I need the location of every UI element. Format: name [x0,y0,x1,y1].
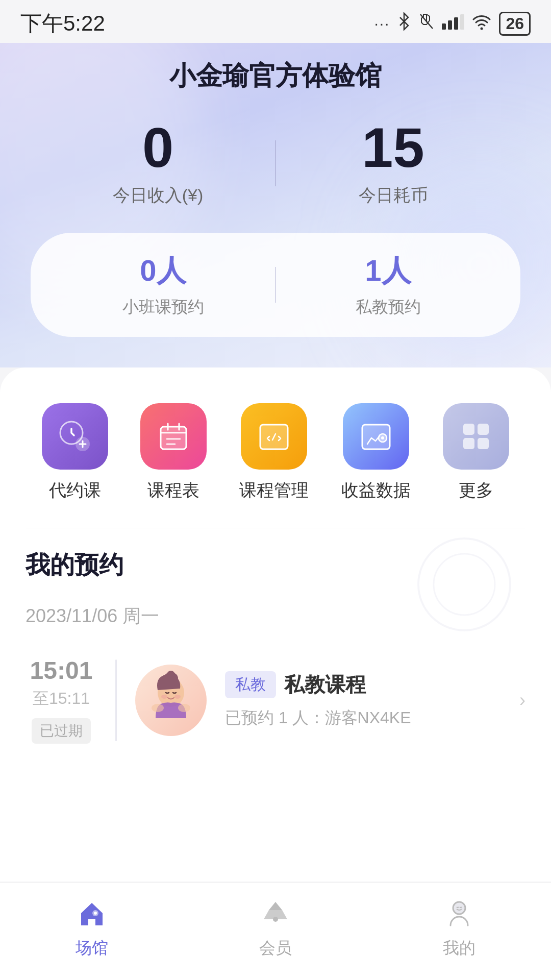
action-management[interactable]: 课程管理 [239,403,309,502]
status-bar: 下午5:22 ··· 26 [0,0,551,43]
delegate-label: 代约课 [49,479,101,502]
today-coins-stat: 15 今日耗币 [276,119,510,207]
member-nav-icon [257,895,294,932]
member-nav-label: 会员 [259,937,292,960]
section-decoration [413,533,515,635]
page-title: 小金瑜官方体验馆 [0,43,551,119]
small-class-booking: 0人 小班课预约 [51,251,275,318]
private-count: 1人 [276,251,500,291]
apt-tags: 私教 私教课程 [225,671,501,699]
svg-point-30 [152,704,164,712]
today-income-label: 今日收入(¥) [41,184,275,207]
stats-row: 0 今日收入(¥) 15 今日耗币 [0,119,551,207]
private-label: 私教预约 [276,296,500,318]
today-income-stat: 0 今日收入(¥) [41,119,275,207]
schedule-icon [140,403,207,470]
today-income-value: 0 [41,119,275,176]
booking-pills: 0人 小班课预约 1人 私教预约 [31,233,520,337]
today-coins-label: 今日耗币 [276,184,510,207]
svg-rect-3 [454,17,458,30]
battery-indicator: 26 [499,12,531,36]
appointment-card[interactable]: 15:01 至15:11 已过期 [26,641,525,759]
svg-point-35 [453,902,465,914]
svg-point-33 [94,912,97,915]
status-time: 下午5:22 [20,9,105,38]
small-class-label: 小班课预约 [51,296,275,318]
quick-actions: 代约课 课程表 [26,393,525,528]
mine-nav-icon [441,895,478,932]
svg-rect-2 [448,20,452,30]
nav-venue[interactable]: 场馆 [41,895,143,960]
svg-rect-22 [478,438,489,449]
svg-point-18 [381,436,384,439]
svg-rect-20 [478,424,489,435]
apt-end-time: 至15:11 [26,688,97,710]
apt-info: 私教 私教课程 已预约 1 人：游客NX4KE [225,671,501,729]
svg-point-28 [161,695,167,699]
bottom-spacer [26,759,525,861]
schedule-label: 课程表 [147,479,199,502]
header-section: 小金瑜官方体验馆 0 今日收入(¥) 15 今日耗币 0人 小班课预约 1人 私… [0,43,551,368]
action-more[interactable]: 更多 [443,403,509,502]
appointment-time: 15:01 至15:11 已过期 [26,656,97,744]
action-delegate[interactable]: 代约课 [42,403,108,502]
my-bookings-section: 我的预约 [26,528,525,592]
action-revenue[interactable]: 收益数据 [341,403,411,502]
small-class-count: 0人 [51,251,275,291]
delegate-icon [42,403,108,470]
apt-expired-badge: 已过期 [32,718,91,744]
svg-point-24 [434,554,495,615]
apt-course-name: 私教课程 [284,671,366,699]
svg-rect-19 [463,424,474,435]
apt-booked-info: 已预约 1 人：游客NX4KE [225,707,501,729]
svg-point-23 [418,538,510,630]
management-label: 课程管理 [239,479,309,502]
bottom-nav: 场馆 会员 我的 [0,883,551,980]
status-icons: ··· 26 [374,12,531,36]
signal-icon [442,12,464,35]
apt-avatar [135,665,207,736]
svg-rect-1 [442,23,446,30]
nav-member[interactable]: 会员 [224,895,327,960]
svg-point-5 [481,28,483,30]
private-booking: 1人 私教预约 [276,251,500,318]
mine-nav-label: 我的 [443,937,475,960]
svg-rect-8 [161,427,186,449]
venue-nav-icon [73,895,110,932]
mute-icon [418,12,435,35]
today-coins-value: 15 [276,119,510,176]
dots-icon: ··· [374,15,390,32]
apt-arrow-icon[interactable]: › [519,690,525,711]
management-icon [241,403,307,470]
svg-rect-4 [460,14,464,30]
apt-divider [115,659,117,741]
svg-point-29 [174,695,181,699]
more-label: 更多 [459,479,493,502]
apt-type-tag: 私教 [225,671,276,698]
venue-nav-label: 场馆 [76,937,108,960]
nav-mine[interactable]: 我的 [408,895,510,960]
wifi-icon [471,12,492,35]
more-icon [443,403,509,470]
svg-rect-21 [463,438,474,449]
action-schedule[interactable]: 课程表 [140,403,207,502]
revenue-icon [343,403,409,470]
svg-point-31 [178,704,190,712]
bluetooth-icon [397,12,411,35]
content-area: 代约课 课程表 [0,368,551,881]
svg-point-34 [273,917,278,922]
apt-start-time: 15:01 [26,656,97,684]
revenue-label: 收益数据 [341,479,411,502]
